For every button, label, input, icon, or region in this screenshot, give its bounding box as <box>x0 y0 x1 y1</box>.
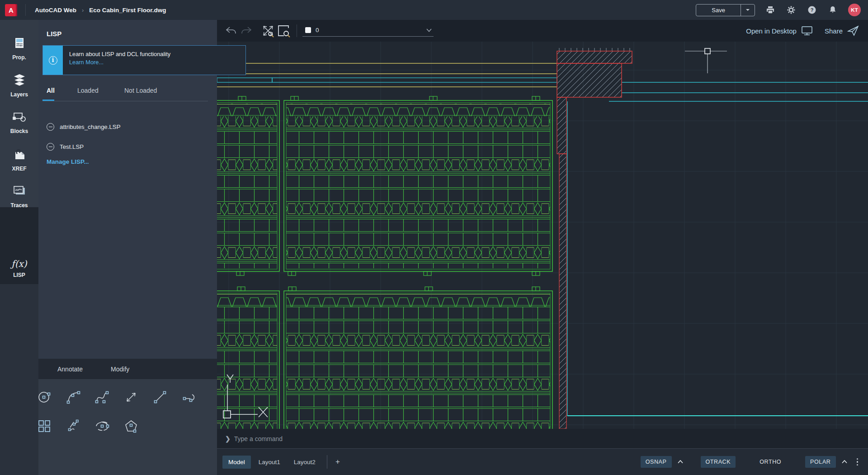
share-plane-icon <box>847 25 859 36</box>
lisp-panel-title: LISP <box>38 20 217 38</box>
layer-color-swatch <box>305 27 311 33</box>
navbar-divider <box>25 4 26 16</box>
polar-toggle[interactable]: POLAR <box>805 456 835 468</box>
svg-text:?: ? <box>811 7 814 13</box>
lisp-info-banner: i Learn about LISP and DCL functionality… <box>42 45 246 75</box>
breadcrumb-app[interactable]: AutoCAD Web <box>35 7 76 14</box>
print-icon[interactable] <box>765 5 776 15</box>
dimension-line <box>685 48 727 73</box>
help-icon[interactable]: ? <box>807 5 817 15</box>
unload-minus-icon[interactable] <box>47 123 54 131</box>
command-bar: ❯ <box>217 429 868 449</box>
tab-layout1[interactable]: Layout1 <box>253 456 286 469</box>
arc-continue-tool-icon[interactable] <box>180 388 198 406</box>
unload-minus-icon[interactable] <box>47 143 54 151</box>
chevron-down-icon <box>426 28 432 32</box>
lisp-tab-loaded[interactable]: Loaded <box>77 83 124 100</box>
ellipse-tool-icon[interactable] <box>93 417 111 435</box>
traces-icon <box>12 185 27 200</box>
solar-panel-array <box>217 96 552 429</box>
layer-dropdown[interactable]: 0 <box>302 25 434 37</box>
drawing-canvas[interactable]: Top <box>217 42 868 429</box>
notifications-bell-icon[interactable] <box>827 5 838 15</box>
share-label: Share <box>825 27 843 35</box>
top-navbar: A AutoCAD Web › Eco Cabin_First Floor.dw… <box>0 0 868 20</box>
lisp-file-row[interactable]: Test.LSP <box>47 143 84 151</box>
lisp-tabs-divider <box>42 101 208 101</box>
open-in-desktop-button[interactable]: Open in Desktop <box>746 26 813 36</box>
autocad-logo-icon[interactable]: A <box>5 4 17 16</box>
points-tool-icon[interactable] <box>64 417 82 435</box>
cad-geometry <box>217 42 868 429</box>
open-in-desktop-label: Open in Desktop <box>746 27 797 35</box>
info-banner-text: Learn about LISP and DCL functionality <box>69 51 170 57</box>
tab-layout2[interactable]: Layout2 <box>288 456 321 469</box>
arc-tool-icon[interactable] <box>64 388 82 406</box>
tab-modify[interactable]: Modify <box>101 359 139 379</box>
layout-tabs-divider <box>327 455 327 469</box>
breadcrumb-chevron-icon: › <box>82 7 84 14</box>
osnap-chevron-up-icon[interactable] <box>675 457 685 467</box>
sidebar-item-xref[interactable]: XREF <box>0 141 38 178</box>
save-dropdown-caret-icon[interactable] <box>741 5 755 16</box>
properties-icon <box>13 36 26 52</box>
lisp-tab-all[interactable]: All <box>47 83 77 100</box>
ortho-toggle[interactable]: ORTHO <box>755 456 786 468</box>
measure-tool-icon[interactable] <box>122 388 140 406</box>
line-tool-icon[interactable] <box>151 388 169 406</box>
info-icon: i <box>49 56 57 65</box>
breadcrumb-filename: Eco Cabin_First Floor.dwg <box>89 7 166 14</box>
wall-lines <box>217 63 557 87</box>
info-banner-accent: i <box>43 46 63 75</box>
redo-button[interactable] <box>239 23 254 38</box>
lisp-panel: LISP i Learn about LISP and DCL function… <box>38 20 217 359</box>
tab-annotate[interactable]: Annotate <box>47 359 93 379</box>
toolbar-divider <box>297 24 297 37</box>
sidebar-item-lisp[interactable]: ƒ(x) LISP <box>0 250 38 287</box>
user-avatar[interactable]: KT <box>848 4 861 16</box>
wall-hatch <box>557 48 632 429</box>
layer-name: 0 <box>316 27 422 33</box>
sidebar-item-layers[interactable]: Layers <box>0 67 38 104</box>
cyan-wall-lines <box>567 82 868 416</box>
settings-gear-icon[interactable] <box>786 5 797 15</box>
manage-lisp-link[interactable]: Manage LISP... <box>47 158 89 165</box>
layers-icon <box>12 73 27 89</box>
undo-button[interactable] <box>223 23 239 38</box>
lisp-file-row[interactable]: attributes_change.LSP <box>47 123 121 131</box>
polygon-tool-icon[interactable] <box>122 417 140 435</box>
save-button[interactable]: Save <box>696 4 755 16</box>
sidebar-item-blocks[interactable]: Blocks <box>0 104 38 141</box>
spline-tool-icon[interactable] <box>93 388 111 406</box>
desktop-monitor-icon <box>801 26 813 36</box>
blocks-icon <box>12 111 27 125</box>
bottom-status-bar: Model Layout1 Layout2 + OSNAP OTRACK ORT… <box>217 449 868 475</box>
share-button[interactable]: Share <box>825 25 859 36</box>
zoom-extents-button[interactable] <box>260 23 276 38</box>
xref-icon <box>13 147 26 163</box>
tab-model[interactable]: Model <box>222 456 251 469</box>
command-chevron-icon: ❯ <box>225 435 231 442</box>
save-button-label[interactable]: Save <box>696 5 741 16</box>
left-tool-rail: Prop. Layers Blocks <box>0 20 38 475</box>
otrack-toggle[interactable]: OTRACK <box>701 456 736 468</box>
zoom-window-button[interactable] <box>276 23 291 38</box>
learn-more-link[interactable]: Learn More... <box>69 59 170 66</box>
sidebar-item-properties[interactable]: Prop. <box>0 30 38 67</box>
command-input[interactable] <box>234 435 505 442</box>
sidebar-item-traces[interactable]: Traces <box>0 178 38 215</box>
canvas-toolbar: 0 Open in Desktop Share <box>217 20 868 42</box>
polar-chevron-up-icon[interactable] <box>840 457 849 467</box>
osnap-toggle[interactable]: OSNAP <box>641 456 672 468</box>
lisp-fx-icon: ƒ(x) <box>11 258 27 269</box>
add-layout-button[interactable]: + <box>333 457 343 466</box>
status-overflow-menu-icon[interactable] <box>853 458 862 466</box>
lisp-tab-not-loaded[interactable]: Not Loaded <box>124 83 157 100</box>
